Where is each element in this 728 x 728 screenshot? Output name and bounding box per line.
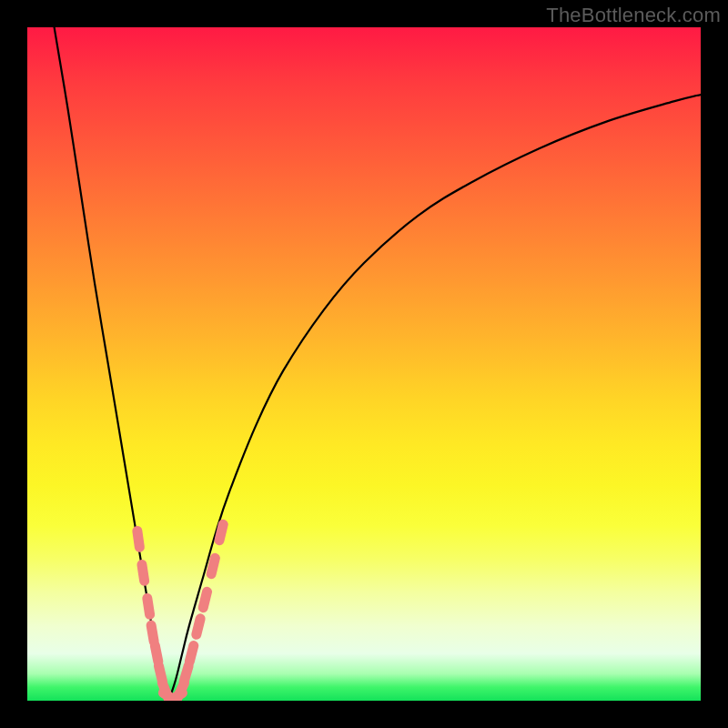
- marker-dot: [148, 630, 157, 638]
- marker-dot: [153, 650, 161, 658]
- plot-area: [27, 27, 701, 701]
- marker-dot: [145, 602, 153, 611]
- curve-right: [168, 95, 701, 701]
- marker-dot: [209, 562, 217, 571]
- marker-dot: [177, 686, 185, 694]
- watermark-text: TheBottleneck.com: [546, 4, 721, 27]
- markers-group: [135, 524, 226, 701]
- marker-dot: [157, 670, 165, 678]
- chart-svg: [27, 27, 701, 701]
- marker-dot: [139, 569, 147, 577]
- outer-frame: TheBottleneck.com: [0, 0, 728, 728]
- marker-dot: [135, 535, 143, 543]
- marker-dot: [194, 622, 202, 631]
- marker-dot: [217, 529, 226, 537]
- marker-dot: [182, 670, 190, 678]
- marker-dot: [201, 596, 209, 604]
- marker-dot: [187, 650, 196, 658]
